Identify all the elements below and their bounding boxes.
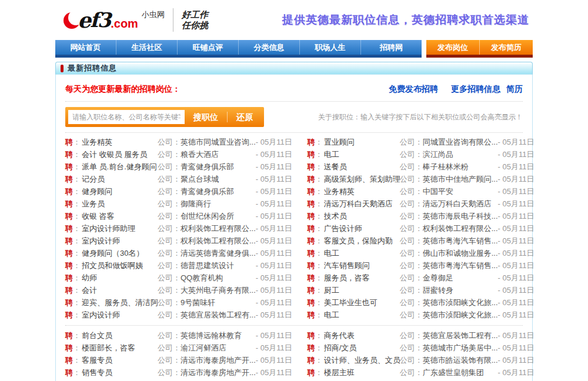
company-link[interactable]: 英德博远翰林教育 xyxy=(181,330,256,341)
company-link[interactable]: 英德宜居装饰工程有... xyxy=(181,310,256,320)
company-link[interactable]: 清远市海泰房地产开... xyxy=(181,367,256,378)
company-link[interactable]: 聚点台球城 xyxy=(181,174,256,185)
job-title-link[interactable]: 幼师 xyxy=(82,273,158,283)
company-link[interactable]: 英德市浈阳峡文化旅... xyxy=(423,298,498,308)
company-link[interactable]: 英德市粤海汽车销售... xyxy=(423,236,498,246)
job-title-link[interactable]: 高级策划师、策划助理 xyxy=(324,174,400,185)
nav-item-4[interactable]: 职场人生 xyxy=(300,40,361,55)
job-row: 聘：服务员，咨客公司：金尊御足- 05月11日 xyxy=(308,272,534,284)
job-title-link[interactable]: 迎宾、服务员、清洁阿... xyxy=(82,298,158,308)
job-title-link[interactable]: 客服专员 xyxy=(82,355,158,366)
job-title-link[interactable]: 收银 咨客 xyxy=(82,211,158,222)
job-title-link[interactable]: 健身顾问（30名） xyxy=(82,248,158,259)
job-title-link[interactable]: 厨工 xyxy=(324,285,400,296)
job-title-link[interactable]: 电工 xyxy=(324,248,400,259)
company-link[interactable]: 中国平安 xyxy=(423,186,498,197)
job-title-link[interactable]: 记分员 xyxy=(82,174,158,185)
company-link[interactable]: 英德市海辰电子科技... xyxy=(423,211,498,222)
job-title-link[interactable]: 业务员 xyxy=(82,199,158,209)
nav-item-3[interactable]: 分类信息 xyxy=(239,40,300,55)
job-title-link[interactable]: 商务代表 xyxy=(324,330,400,341)
job-title-link[interactable]: 销售专员 xyxy=(82,367,158,378)
company-link[interactable]: QQ教育机构 xyxy=(181,273,256,283)
company-link[interactable]: 英德城市广场美居中... xyxy=(423,343,498,353)
job-title-link[interactable]: 技术员 xyxy=(324,211,400,222)
job-title-link[interactable]: 置业顾问 xyxy=(324,137,400,148)
company-link[interactable]: 同城置业咨询有限公... xyxy=(423,137,498,148)
company-link[interactable]: 大英州电子商务有限... xyxy=(181,285,256,296)
job-title-link[interactable]: 服务员，咨客 xyxy=(324,273,400,283)
job-title-link[interactable]: 设计师、业务员、文员 xyxy=(324,355,400,366)
job-tag-colon: ： xyxy=(315,355,323,366)
reset-button[interactable]: 还原 xyxy=(228,110,262,124)
job-row: 聘：业务精英公司：英德市同城置业咨询...- 05月11日 xyxy=(65,136,292,148)
job-title-link[interactable]: 广告设计师 xyxy=(324,223,400,234)
company-link[interactable]: 棒子桂林米粉 xyxy=(423,162,498,172)
job-title-link[interactable]: 室内设计师 xyxy=(82,310,158,320)
company-link[interactable]: 清远市海泰房地产开... xyxy=(181,355,256,366)
company-link[interactable]: 英德市浈阳峡文化旅... xyxy=(423,310,498,320)
company-link[interactable]: 御隆商行 xyxy=(181,199,256,209)
company-link[interactable]: 权利装饰工程有限公... xyxy=(423,223,498,234)
job-title-link[interactable]: 楼面部长，咨客 xyxy=(82,343,158,353)
company-link[interactable]: 9号菌味轩 xyxy=(181,298,256,308)
job-title-link[interactable]: 业务精英 xyxy=(82,137,158,148)
job-title-link[interactable]: 会计 收银员 服务员 xyxy=(82,149,158,160)
company-label: 公司： xyxy=(158,343,181,353)
job-title-link[interactable]: 会计 xyxy=(82,285,158,296)
search-button[interactable]: 搜职位 xyxy=(185,110,227,124)
site-logo[interactable]: e f3 .com 小虫网 好工作 任你挑 xyxy=(64,8,208,32)
nav-item-0[interactable]: 网站首页 xyxy=(55,40,116,55)
company-link[interactable]: 英德宜居装饰工程有... xyxy=(423,330,498,341)
job-title-link[interactable]: 汽车销售顾问 xyxy=(324,260,400,271)
job-date: - 05月11日 xyxy=(256,248,292,259)
job-title-link[interactable]: 美工毕业生也可 xyxy=(324,298,400,308)
company-link[interactable]: 金尊御足 xyxy=(423,273,498,283)
job-title-link[interactable]: 招商/文员 xyxy=(324,343,400,353)
nav-item-2[interactable]: 旺铺点评 xyxy=(178,40,239,55)
job-title-link[interactable]: 派单 员.前台.健身顾问 xyxy=(82,162,158,172)
job-title-link[interactable]: 业务精英 xyxy=(324,186,400,197)
company-link[interactable]: 德普思建筑设计 xyxy=(181,260,256,271)
company-link[interactable]: 清远万科白天鹅酒店 xyxy=(423,199,498,209)
company-link[interactable]: 佛山市和诚物业服务... xyxy=(423,248,498,259)
company-link[interactable]: 粮香大酒店 xyxy=(181,149,256,160)
company-link[interactable]: 权利装饰工程有限公... xyxy=(181,236,256,246)
job-title-link[interactable]: 清远万科白天鹅酒店 xyxy=(324,199,400,209)
top-link-1[interactable]: 更多招聘信息 xyxy=(451,84,500,95)
job-title-link[interactable]: 前台文员 xyxy=(82,330,158,341)
promo-text: 每天为您更新最新的招聘岗位： xyxy=(65,84,181,95)
job-title-link[interactable]: 客服文员，保险内勤 xyxy=(324,236,400,246)
job-title-link[interactable]: 楼层主班 xyxy=(324,367,400,378)
nav-action-0[interactable]: 发布岗位 xyxy=(426,40,480,55)
search-input[interactable] xyxy=(68,110,185,124)
company-link[interactable]: 青鸾健身俱乐部 xyxy=(181,162,256,172)
company-link[interactable]: 英德市同城置业咨询... xyxy=(181,137,256,148)
company-link[interactable]: 广东盛世皇朝集团 xyxy=(423,367,498,378)
company-link[interactable]: 英德市粤海汽车销售... xyxy=(423,260,498,271)
job-title-link[interactable]: 室内设计师助理 xyxy=(82,223,158,234)
job-title-link[interactable]: 招文员和做饭啊姨 xyxy=(82,260,158,271)
job-title-link[interactable]: 电工 xyxy=(324,149,400,160)
job-title-link[interactable]: 健身顾问 xyxy=(82,186,158,197)
company-link[interactable]: 创世纪休闲会所 xyxy=(181,211,256,222)
company-link[interactable]: 英德市中佳地产顾问... xyxy=(423,174,498,185)
nav-item-1[interactable]: 生活社区 xyxy=(116,40,178,55)
job-title-link[interactable]: 室内设计师 xyxy=(82,236,158,246)
nav-action-1[interactable]: 发布简历 xyxy=(480,40,533,55)
job-tag-label: 聘 xyxy=(65,174,73,185)
nav-item-5[interactable]: 招聘网 xyxy=(361,40,422,55)
job-title-link[interactable]: 电工 xyxy=(324,310,400,320)
job-title-link[interactable]: 送餐员 xyxy=(324,162,400,172)
company-link[interactable]: 青鸾健身俱乐部 xyxy=(181,186,256,197)
company-link[interactable]: 清远英德青鸾健身俱... xyxy=(181,248,256,259)
job-row: 聘：商务代表公司：英德宜居装饰工程有...- 05月11日 xyxy=(308,329,534,342)
nav-gap xyxy=(422,40,426,58)
company-link[interactable]: 权利装饰工程有限公... xyxy=(181,223,256,234)
company-link[interactable]: 甜蜜转身 xyxy=(423,285,498,296)
company-link[interactable]: 渝江河鲜酒店 xyxy=(181,343,256,353)
top-link-2[interactable]: 简历 xyxy=(506,84,523,95)
top-link-0[interactable]: 免费发布招聘 xyxy=(389,84,438,95)
company-link[interactable]: 英德市皓运装饰有限... xyxy=(423,355,498,366)
company-link[interactable]: 滨江尚品 xyxy=(423,149,498,160)
